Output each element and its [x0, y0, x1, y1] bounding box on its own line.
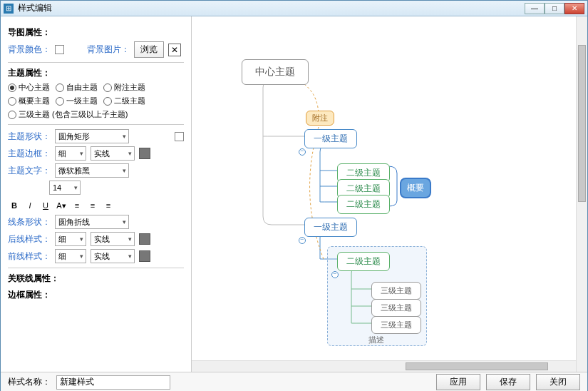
shape-select[interactable]: 圆角矩形 — [55, 129, 129, 143]
frontline-color-swatch[interactable] — [139, 250, 150, 262]
sidebar: 导图属性： 背景颜色： 背景图片： 浏览 ✕ 主题属性： 中心主题 自由主题 附… — [1, 16, 192, 372]
font-select[interactable]: 微软雅黑 — [55, 163, 129, 178]
radio-note[interactable]: 附注主题 — [103, 82, 145, 93]
italic-button[interactable]: I — [24, 199, 36, 212]
node-center[interactable]: 中心主题 — [242, 59, 309, 85]
font-size-select[interactable]: 14 — [49, 181, 81, 195]
backline-style-select[interactable]: 实线 — [91, 232, 135, 246]
align-center-button[interactable]: ≡ — [86, 199, 99, 212]
section-relation: 关联线属性： — [8, 273, 184, 285]
titlebar: ⊞ 样式编辑 — □ ✕ — [1, 1, 587, 16]
node-l2-4[interactable]: 二级主题 — [337, 252, 390, 271]
style-name-label: 样式名称： — [8, 376, 51, 388]
align-left-button[interactable]: ≡ — [71, 199, 83, 212]
border-width-select[interactable]: 细 — [55, 146, 86, 161]
line-shape-select[interactable]: 圆角折线 — [55, 215, 129, 229]
shape-checkbox[interactable] — [175, 132, 184, 141]
text-toolbar: B I U A▾ ≡ ≡ ≡ — [8, 199, 115, 212]
app-icon: ⊞ — [4, 4, 14, 14]
window-title: 样式编辑 — [18, 2, 52, 14]
clear-bgimg-button[interactable]: ✕ — [168, 44, 181, 56]
window: ⊞ 样式编辑 — □ ✕ 导图属性： 背景颜色： 背景图片： 浏览 ✕ 主题属性… — [0, 0, 588, 391]
font-color-button[interactable]: A▾ — [55, 199, 68, 212]
apply-button[interactable]: 应用 — [436, 374, 480, 390]
align-right-button[interactable]: ≡ — [102, 199, 115, 212]
backline-width-select[interactable]: 细 — [55, 232, 86, 246]
radio-free[interactable]: 自由主题 — [56, 82, 98, 93]
radio-l1[interactable]: 一级主题 — [56, 96, 98, 106]
font-label: 主题文字： — [8, 165, 51, 177]
minimize-button[interactable]: — — [525, 3, 545, 14]
radio-summary[interactable]: 概要主题 — [8, 96, 50, 106]
body: 导图属性： 背景颜色： 背景图片： 浏览 ✕ 主题属性： 中心主题 自由主题 附… — [1, 16, 587, 372]
backline-label: 后线样式： — [8, 233, 51, 245]
topic-type-radios: 中心主题 自由主题 附注主题 概要主题 一级主题 二级主题 三级主题 (包含三级… — [8, 82, 184, 120]
node-note[interactable]: 附注 — [306, 111, 334, 126]
horizontal-scrollbar[interactable] — [192, 360, 576, 372]
style-name-input[interactable] — [56, 375, 170, 390]
canvas[interactable]: 中心主题 附注 一级主题 二级主题 二级主题 二级主题 概要 一级主题 二级主题… — [192, 16, 587, 372]
collapse-icon[interactable] — [299, 148, 306, 156]
maximize-button[interactable]: □ — [545, 3, 564, 14]
close-window-button[interactable]: ✕ — [564, 3, 584, 14]
desc-label: 描述 — [368, 335, 384, 345]
node-l3-2[interactable]: 三级主题 — [371, 299, 421, 317]
line-label: 线条形状： — [8, 216, 51, 228]
radio-center[interactable]: 中心主题 — [8, 82, 50, 93]
bgcolor-label: 背景颜色： — [8, 44, 51, 56]
save-button[interactable]: 保存 — [486, 374, 530, 390]
node-l2-3[interactable]: 二级主题 — [337, 195, 390, 214]
shape-label: 主题形状： — [8, 131, 51, 143]
radio-l2[interactable]: 二级主题 — [103, 96, 145, 106]
bold-button[interactable]: B — [8, 199, 21, 212]
border-style-select[interactable]: 实线 — [91, 146, 135, 161]
browse-button[interactable]: 浏览 — [134, 41, 164, 58]
frontline-width-select[interactable]: 细 — [55, 249, 86, 263]
border-label: 主题边框： — [8, 148, 51, 160]
collapse-icon-2[interactable] — [299, 237, 306, 244]
node-l1-a[interactable]: 一级主题 — [304, 129, 357, 148]
backline-color-swatch[interactable] — [139, 233, 150, 245]
underline-button[interactable]: U — [39, 199, 52, 212]
section-topic: 主题属性： — [8, 67, 184, 79]
window-buttons: — □ ✕ — [525, 3, 584, 14]
section-frame: 边框属性： — [8, 289, 184, 301]
frontline-label: 前线样式： — [8, 250, 51, 263]
node-summary[interactable]: 概要 — [400, 178, 431, 198]
radio-l3[interactable]: 三级主题 (包含三级以上子主题) — [8, 109, 128, 120]
frontline-style-select[interactable]: 实线 — [91, 249, 135, 263]
collapse-icon-3[interactable] — [331, 271, 339, 278]
vertical-scrollbar[interactable] — [576, 16, 587, 372]
footer: 样式名称： 应用 保存 关闭 — [1, 372, 587, 391]
border-color-swatch[interactable] — [139, 148, 150, 159]
bgcolor-checkbox[interactable] — [55, 45, 64, 54]
close-button[interactable]: 关闭 — [536, 374, 580, 390]
section-guide: 导图属性： — [8, 26, 184, 39]
node-l3-1[interactable]: 三级主题 — [371, 282, 421, 300]
bgimg-label: 背景图片： — [87, 44, 130, 56]
node-l3-3[interactable]: 三级主题 — [371, 316, 421, 334]
node-l1-b[interactable]: 一级主题 — [304, 218, 357, 237]
